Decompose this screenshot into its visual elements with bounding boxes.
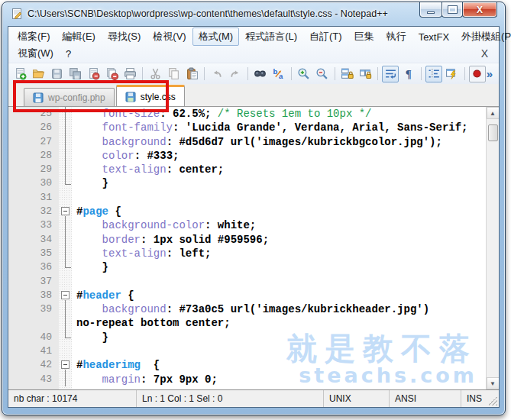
fold-marker (59, 289, 72, 302)
code-line[interactable]: background: #d5d6d7 url('images/kubrickb… (76, 135, 486, 149)
code-token: left; (179, 247, 211, 260)
code-line[interactable]: border: 1px solid #959596; (76, 233, 486, 247)
code-token: 62.5%; (173, 108, 218, 120)
code-line[interactable]: no-repeat bottom center; (76, 316, 486, 330)
save-all-button[interactable] (67, 66, 84, 82)
fold-line (65, 218, 66, 232)
save-icon (50, 67, 63, 80)
menu-item-6[interactable]: 程式語言(L) (239, 27, 303, 46)
scroll-down-arrow-icon[interactable]: ▼ (487, 377, 500, 389)
line-number (8, 316, 59, 330)
fold-marker (59, 247, 72, 260)
fold-collapse-icon[interactable] (61, 207, 70, 215)
code-line[interactable]: text-align: center; (76, 163, 486, 176)
scrollbar-thumb[interactable] (488, 124, 498, 141)
minimize-icon (427, 11, 435, 14)
menu-item-5[interactable]: 格式(M) (192, 27, 240, 46)
print-button[interactable] (121, 66, 138, 82)
code-line[interactable] (76, 275, 486, 289)
menu-item-1[interactable]: 檔案(F) (11, 27, 57, 46)
close-file-button[interactable] (86, 66, 102, 82)
code-line[interactable]: font-family: 'Lucida Grande', Verdana, A… (76, 121, 486, 134)
minimize-button[interactable] (419, 2, 442, 18)
cut-button[interactable] (147, 66, 163, 82)
code-token: border (102, 234, 141, 246)
line-number: 26 (8, 121, 59, 134)
show-all-characters-button[interactable]: ¶ (400, 66, 417, 82)
floppy-icon (125, 92, 136, 102)
menubar-close-icon[interactable]: X (474, 47, 496, 60)
scroll-up-arrow-icon[interactable]: ▲ (487, 107, 500, 119)
code-line[interactable]: } (76, 331, 486, 344)
code-token: { (141, 359, 160, 371)
paste-button[interactable] (183, 66, 200, 82)
vertical-scrollbar[interactable]: ▲ ▼ (486, 107, 499, 389)
line-number: 28 (8, 149, 59, 163)
code-token: font-family (102, 121, 173, 134)
toolbar-overflow-chevron[interactable]: » (487, 67, 496, 80)
code-line[interactable]: } (76, 176, 486, 190)
menu-item-9[interactable]: 執行 (380, 27, 412, 46)
fold-line (65, 247, 66, 260)
code-line[interactable]: #page { (76, 205, 486, 218)
code-text-area[interactable]: font-size: 62.5%; /* Resets 1em to 10px … (72, 107, 486, 389)
close-all-icon (105, 67, 118, 80)
code-line[interactable] (76, 344, 486, 358)
menu-item-row2-2[interactable]: ? (60, 46, 77, 62)
fold-collapse-icon[interactable] (61, 291, 70, 299)
sync-scroll-horizontal-button[interactable] (357, 66, 374, 82)
code-token (76, 219, 102, 231)
menu-item-4[interactable]: 檢視(V) (147, 27, 192, 46)
copy-button[interactable] (165, 66, 182, 82)
code-line[interactable]: } (76, 260, 486, 274)
sync-scroll-vertical-button[interactable] (339, 66, 356, 82)
menu-item-7[interactable]: 自訂(T) (303, 27, 348, 46)
menu-item-11[interactable]: 外掛模組(P) (455, 27, 511, 46)
zoom-in-button[interactable] (296, 66, 312, 82)
code-line[interactable]: #headerimg { (76, 358, 486, 372)
fold-collapse-icon[interactable] (61, 360, 70, 369)
record-macro-button[interactable] (469, 66, 486, 82)
menu-item-3[interactable]: 尋找(S) (102, 27, 147, 46)
code-line[interactable] (76, 191, 486, 205)
menu-item-10[interactable]: TextFX (412, 29, 455, 45)
redo-button[interactable] (227, 66, 244, 82)
replace-button[interactable]: ba (270, 66, 287, 82)
code-line[interactable]: background: #73a0c5 url('images/kubrickh… (76, 302, 486, 316)
close-all-button[interactable] (104, 66, 121, 82)
new-file-button[interactable] (12, 66, 29, 82)
tab-wp-config.php[interactable]: wp-config.php (24, 88, 115, 106)
undo-button[interactable] (209, 66, 225, 82)
code-line[interactable]: text-align: left; (76, 247, 486, 260)
code-line[interactable]: font-size: 62.5%; /* Resets 1em to 10px … (76, 107, 486, 121)
code-line[interactable]: #header { (76, 289, 486, 302)
menu-item-row2-1[interactable]: 視窗(W) (11, 44, 60, 63)
fold-marker (59, 191, 72, 205)
tab-style.css[interactable]: style.css (116, 85, 185, 106)
open-folder-button[interactable] (31, 66, 47, 82)
maximize-button[interactable] (441, 2, 463, 18)
menu-item-2[interactable]: 編輯(E) (57, 27, 102, 46)
code-token: : (167, 136, 179, 148)
resize-grip[interactable] (488, 396, 497, 405)
close-button[interactable]: X (462, 2, 497, 18)
user-define-dialog-button[interactable] (444, 66, 461, 82)
code-token: : (160, 108, 173, 120)
code-token (76, 136, 102, 148)
find-button[interactable] (252, 66, 269, 82)
word-wrap-button[interactable] (382, 66, 399, 82)
line-number: 43 (8, 373, 59, 386)
zoom-out-button[interactable] (314, 66, 331, 82)
save-button[interactable] (49, 66, 66, 82)
code-token: : (134, 150, 147, 162)
code-line[interactable]: background-color: white; (76, 218, 486, 232)
title-bar[interactable]: C:\Users\SCNB\Desktop\wordpress\wp-conte… (2, 2, 505, 25)
fold-line (65, 184, 71, 185)
toolbar-separator (421, 67, 422, 80)
menu-item-8[interactable]: 巨集 (348, 27, 380, 46)
line-number: 29 (8, 163, 59, 176)
indent-guide-button[interactable] (425, 66, 442, 82)
code-line[interactable]: margin: 7px 9px 0; (76, 373, 486, 386)
code-line[interactable]: color: #333; (76, 149, 486, 163)
code-token: : (173, 121, 186, 134)
